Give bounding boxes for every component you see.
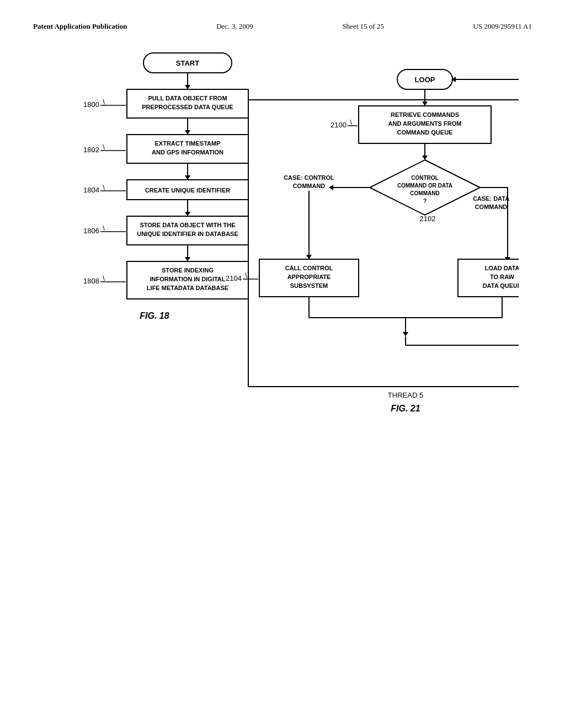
svg-text:\: \ bbox=[103, 224, 105, 232]
svg-text:COMMAND: COMMAND bbox=[410, 190, 439, 196]
svg-text:1808: 1808 bbox=[83, 277, 99, 285]
svg-text:2102: 2102 bbox=[420, 215, 436, 223]
svg-marker-90 bbox=[403, 332, 408, 336]
svg-text:CALL CONTROL: CALL CONTROL bbox=[285, 265, 333, 271]
svg-text:COMMAND: COMMAND bbox=[293, 183, 326, 189]
svg-text:\: \ bbox=[103, 143, 105, 151]
svg-marker-26 bbox=[185, 212, 190, 216]
svg-text:1806: 1806 bbox=[83, 227, 99, 235]
page: Patent Application Publication Dec. 3, 2… bbox=[0, 0, 565, 728]
svg-text:\: \ bbox=[103, 183, 105, 191]
svg-text:SUBSYSTEM: SUBSYSTEM bbox=[290, 282, 328, 289]
svg-text:CASE: CONTROL: CASE: CONTROL bbox=[284, 174, 334, 181]
svg-text:DATA QUEUE: DATA QUEUE bbox=[483, 282, 519, 289]
svg-text:1802: 1802 bbox=[83, 146, 99, 154]
svg-text:LOOP: LOOP bbox=[415, 76, 435, 84]
svg-text:\: \ bbox=[103, 98, 105, 106]
svg-text:COMMAND QUEUE: COMMAND QUEUE bbox=[397, 129, 453, 136]
svg-marker-46 bbox=[422, 101, 428, 106]
svg-text:COMMAND OR DATA: COMMAND OR DATA bbox=[397, 183, 452, 189]
svg-text:2104: 2104 bbox=[226, 274, 242, 282]
fig21-diagram: LOOP RETRIEVE COMMANDS AND ARGUMENTS FRO… bbox=[199, 64, 532, 483]
svg-text:APPROPRIATE: APPROPRIATE bbox=[287, 274, 331, 280]
svg-marker-34 bbox=[185, 257, 190, 261]
svg-text:1800: 1800 bbox=[83, 100, 99, 109]
svg-marker-19 bbox=[185, 175, 190, 180]
svg-text:FIG. 21: FIG. 21 bbox=[391, 404, 420, 413]
svg-text:COMMAND: COMMAND bbox=[475, 204, 508, 210]
svg-text:\: \ bbox=[350, 118, 352, 126]
svg-text:CASE: DATA: CASE: DATA bbox=[473, 195, 509, 202]
svg-marker-67 bbox=[306, 255, 312, 259]
svg-text:\: \ bbox=[103, 274, 105, 282]
header: Patent Application Publication Dec. 3, 2… bbox=[33, 22, 532, 31]
header-sheet: Sheet 15 of 25 bbox=[342, 22, 383, 31]
svg-text:?: ? bbox=[423, 198, 427, 204]
svg-text:CONTROL: CONTROL bbox=[411, 175, 438, 181]
svg-marker-65 bbox=[329, 185, 333, 190]
svg-text:RETRIEVE COMMANDS: RETRIEVE COMMANDS bbox=[391, 111, 459, 118]
svg-marker-55 bbox=[422, 156, 428, 160]
header-patent: US 2009/295911 A1 bbox=[473, 22, 532, 31]
svg-text:LOAD DATA: LOAD DATA bbox=[484, 265, 519, 271]
svg-text:TO RAW: TO RAW bbox=[490, 274, 514, 280]
header-left: Patent Application Publication bbox=[33, 22, 127, 31]
svg-text:FIG. 18: FIG. 18 bbox=[140, 311, 169, 320]
svg-text:START: START bbox=[176, 59, 199, 67]
svg-marker-3 bbox=[185, 85, 190, 89]
svg-text:THREAD 5: THREAD 5 bbox=[388, 391, 423, 399]
svg-marker-11 bbox=[185, 130, 190, 135]
svg-text:1804: 1804 bbox=[83, 186, 99, 194]
svg-text:\: \ bbox=[245, 271, 247, 280]
fig21-svg: LOOP RETRIEVE COMMANDS AND ARGUMENTS FRO… bbox=[199, 64, 519, 483]
header-date: Dec. 3, 2009 bbox=[216, 22, 253, 31]
svg-text:2100: 2100 bbox=[331, 121, 347, 129]
svg-text:AND ARGUMENTS FROM: AND ARGUMENTS FROM bbox=[388, 120, 462, 127]
